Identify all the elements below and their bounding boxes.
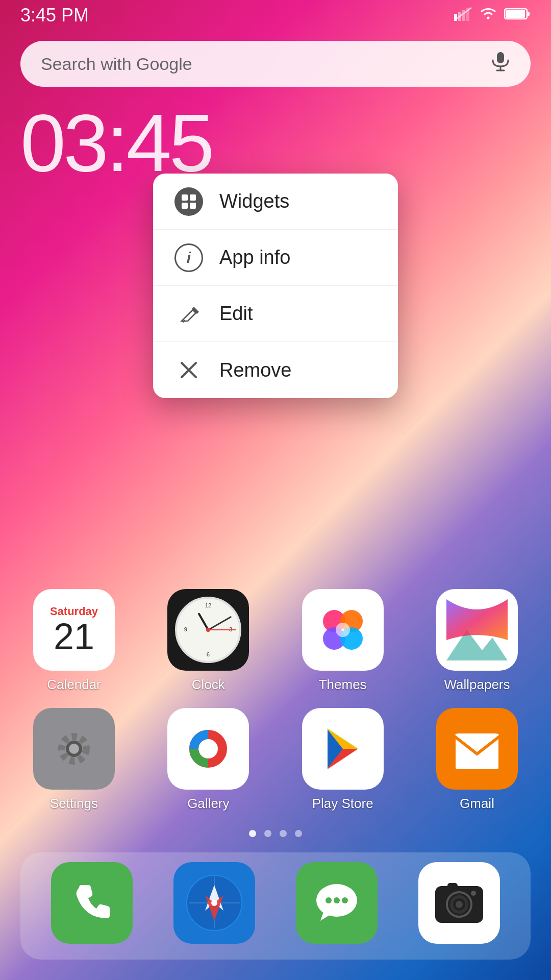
svg-rect-8 xyxy=(497,52,504,63)
app-row-1: Saturday 21 Calendar 12 3 6 9 xyxy=(20,589,531,693)
menu-label-remove: Remove xyxy=(219,359,292,381)
wifi-icon xyxy=(479,7,498,24)
wallpapers-icon-img xyxy=(436,589,518,671)
status-bar: 3:45 PM xyxy=(0,0,551,31)
settings-icon-img xyxy=(33,708,115,790)
clock-icon-img: 12 3 6 9 xyxy=(167,589,249,671)
battery-icon xyxy=(504,7,531,24)
clock-face: 12 3 6 9 xyxy=(175,597,241,663)
widgets-icon xyxy=(173,186,204,217)
status-icons xyxy=(454,7,531,24)
calendar-icon-img: Saturday 21 xyxy=(33,589,115,671)
dot-3[interactable] xyxy=(280,830,287,837)
app-icon-wallpapers[interactable]: Wallpapers xyxy=(423,589,531,693)
gmail-icon-img xyxy=(436,708,518,790)
phone-icon-img xyxy=(51,862,133,944)
wallpapers-label: Wallpapers xyxy=(444,677,510,693)
dot-2[interactable] xyxy=(264,830,271,837)
messages-icon-img xyxy=(296,862,378,944)
svg-text:6: 6 xyxy=(207,651,210,657)
app-icon-gmail[interactable]: Gmail xyxy=(423,708,531,812)
svg-rect-13 xyxy=(182,203,188,209)
search-bar[interactable]: Search with Google xyxy=(20,41,531,87)
menu-item-remove[interactable]: Remove xyxy=(153,342,398,398)
svg-rect-40 xyxy=(454,733,500,769)
svg-point-49 xyxy=(211,900,217,906)
svg-point-55 xyxy=(342,897,348,903)
clock-display: 03:45 xyxy=(20,102,212,184)
app-grid: Saturday 21 Calendar 12 3 6 9 xyxy=(0,589,551,827)
menu-item-widgets[interactable]: Widgets xyxy=(153,174,398,230)
second-hand xyxy=(208,629,236,630)
svg-rect-61 xyxy=(447,883,458,888)
app-icon-themes[interactable]: Themes xyxy=(289,589,396,693)
clock-center xyxy=(206,628,210,632)
context-menu: Widgets i App info Edit Remove xyxy=(153,174,398,398)
app-icon-settings[interactable]: Settings xyxy=(20,708,128,812)
menu-item-appinfo[interactable]: i App info xyxy=(153,230,398,286)
remove-icon xyxy=(173,355,204,385)
playstore-label: Play Store xyxy=(312,796,373,812)
svg-rect-14 xyxy=(190,203,196,209)
app-icon-playstore[interactable]: Play Store xyxy=(289,708,396,812)
signal-icon xyxy=(454,7,472,24)
calendar-label: Calendar xyxy=(47,677,101,693)
safari-icon-img xyxy=(173,862,255,944)
menu-label-appinfo: App info xyxy=(219,247,290,268)
settings-label: Settings xyxy=(50,796,98,812)
svg-text:12: 12 xyxy=(205,602,212,608)
search-placeholder: Search with Google xyxy=(41,54,491,74)
dot-4[interactable] xyxy=(295,830,302,837)
svg-text:9: 9 xyxy=(184,626,187,632)
svg-point-34 xyxy=(203,744,213,754)
svg-rect-12 xyxy=(190,194,196,201)
menu-label-widgets: Widgets xyxy=(219,190,289,212)
svg-rect-7 xyxy=(527,12,530,16)
dot-1[interactable] xyxy=(249,830,256,837)
edit-icon xyxy=(173,299,204,329)
svg-point-54 xyxy=(334,897,340,903)
svg-point-25 xyxy=(336,623,350,637)
dock-app-camera[interactable] xyxy=(406,862,513,950)
svg-rect-6 xyxy=(506,10,525,18)
svg-rect-11 xyxy=(182,194,188,201)
microphone-icon[interactable] xyxy=(491,51,510,77)
dock xyxy=(20,852,531,960)
gallery-icon-img xyxy=(167,708,249,790)
app-icon-clock[interactable]: 12 3 6 9 Clock xyxy=(155,589,262,693)
svg-rect-2 xyxy=(462,10,465,21)
dock-app-phone[interactable] xyxy=(38,862,145,950)
svg-point-53 xyxy=(325,897,332,903)
themes-label: Themes xyxy=(319,677,367,693)
camera-icon-img xyxy=(418,862,500,944)
clock-widget: 03:45 xyxy=(20,102,212,184)
svg-point-60 xyxy=(456,901,463,908)
app-icon-calendar[interactable]: Saturday 21 Calendar xyxy=(20,589,128,693)
svg-point-30 xyxy=(69,744,79,754)
app-icon-gallery[interactable]: Gallery xyxy=(155,708,262,812)
clock-label: Clock xyxy=(192,677,225,693)
status-time: 3:45 PM xyxy=(20,5,89,26)
dock-app-messages[interactable] xyxy=(283,862,390,950)
menu-label-edit: Edit xyxy=(219,303,253,325)
svg-point-62 xyxy=(471,891,476,896)
menu-item-edit[interactable]: Edit xyxy=(153,286,398,342)
playstore-icon-img xyxy=(302,708,384,790)
page-dots xyxy=(0,830,551,837)
gmail-label: Gmail xyxy=(460,796,494,812)
info-icon: i xyxy=(173,242,204,273)
themes-icon-img xyxy=(302,589,384,671)
calendar-day-num: 21 xyxy=(50,618,98,655)
app-row-2: Settings Gallery xyxy=(20,708,531,812)
dock-app-safari[interactable] xyxy=(161,862,268,950)
gallery-label: Gallery xyxy=(187,796,229,812)
